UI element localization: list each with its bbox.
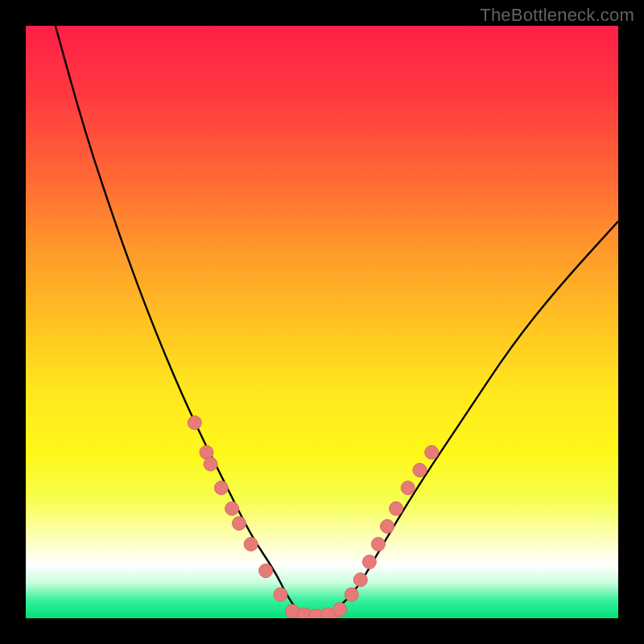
marker-dot (259, 564, 273, 578)
marker-dot (204, 457, 217, 471)
marker-dot (225, 502, 239, 515)
curve-line (56, 26, 618, 617)
attribution-text: TheBottleneck.com (480, 5, 634, 26)
marker-dot (371, 538, 385, 551)
plot-area (26, 26, 618, 618)
marker-dot (214, 481, 228, 495)
marker-dot (401, 481, 415, 495)
marker-dot (345, 588, 358, 601)
marker-dot (353, 573, 367, 587)
marker-dot (188, 416, 201, 430)
marker-dot (333, 603, 347, 617)
marker-dot (362, 555, 376, 569)
chart-frame: TheBottleneck.com (0, 0, 644, 644)
marker-dot (381, 519, 394, 533)
marker-dot (390, 502, 403, 515)
highlighted-markers (188, 416, 438, 618)
marker-dot (425, 445, 439, 459)
marker-dot (274, 588, 287, 601)
marker-dot (244, 538, 258, 551)
bottleneck-curve-svg (26, 26, 618, 618)
marker-dot (413, 464, 427, 477)
marker-dot (233, 517, 246, 530)
